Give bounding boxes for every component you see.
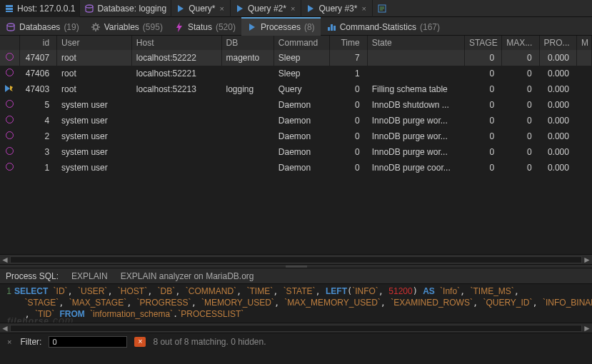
cell-id[interactable]: 47406 bbox=[19, 66, 56, 81]
cell-time[interactable]: 7 bbox=[330, 50, 367, 66]
cell-id[interactable]: 3 bbox=[19, 144, 56, 160]
scroll-right-icon[interactable]: ► bbox=[582, 323, 592, 333]
cell-host[interactable] bbox=[131, 97, 221, 113]
cell-stage[interactable]: 0 bbox=[464, 128, 501, 144]
col-state[interactable]: State bbox=[367, 36, 464, 50]
cell-time[interactable]: 0 bbox=[330, 97, 367, 113]
cell-user[interactable]: root bbox=[57, 81, 132, 97]
cell-command[interactable]: Query bbox=[274, 81, 330, 97]
table-row[interactable]: 3system userDaemon0InnoDB purge wor...00… bbox=[0, 144, 592, 160]
cell-max[interactable]: 0 bbox=[502, 97, 539, 113]
cell-db[interactable] bbox=[221, 97, 274, 113]
cell-stage[interactable]: 0 bbox=[464, 97, 501, 113]
cell-max[interactable]: 0 bbox=[502, 128, 539, 144]
cell-user[interactable]: system user bbox=[57, 113, 132, 128]
cell-user[interactable]: root bbox=[57, 66, 132, 81]
tab-command-statistics[interactable]: Command-Statistics (167) bbox=[321, 17, 446, 36]
cell-host[interactable] bbox=[131, 144, 221, 160]
cell-db[interactable] bbox=[221, 160, 274, 176]
sql-horizontal-scrollbar[interactable]: ◄ ► bbox=[0, 323, 592, 333]
col-user[interactable]: User bbox=[57, 36, 132, 50]
cell-user[interactable]: root bbox=[57, 50, 132, 66]
scroll-track[interactable] bbox=[10, 256, 582, 263]
cell-command[interactable]: Daemon bbox=[274, 144, 330, 160]
tab-query-0[interactable]: Query* × bbox=[171, 0, 231, 17]
col-max[interactable]: MAX... bbox=[502, 36, 539, 50]
cell-id[interactable]: 47403 bbox=[19, 81, 56, 97]
table-row[interactable]: 47403rootlocalhost:52213loggingQuery0Fil… bbox=[0, 81, 592, 97]
cell-command[interactable]: Daemon bbox=[274, 97, 330, 113]
cell-m[interactable] bbox=[576, 66, 591, 81]
cell-db[interactable] bbox=[221, 113, 274, 128]
cell-id[interactable]: 1 bbox=[19, 160, 56, 176]
table-row[interactable]: 47406rootlocalhost:52221Sleep1000.000 bbox=[0, 66, 592, 81]
cell-max[interactable]: 0 bbox=[502, 66, 539, 81]
scroll-left-icon[interactable]: ◄ bbox=[0, 255, 10, 265]
col-id[interactable]: id bbox=[19, 36, 56, 50]
tab-query-1[interactable]: Query #2* × bbox=[231, 0, 301, 17]
col-pro[interactable]: PRO... bbox=[539, 36, 576, 50]
table-row[interactable]: 47407rootlocalhost:52222magentoSleep7000… bbox=[0, 50, 592, 66]
cell-stage[interactable]: 0 bbox=[464, 144, 501, 160]
cell-max[interactable]: 0 bbox=[502, 81, 539, 97]
cell-time[interactable]: 0 bbox=[330, 81, 367, 97]
tab-query-2[interactable]: Query #3* × bbox=[301, 0, 372, 17]
cell-pro[interactable]: 0.000 bbox=[539, 81, 576, 97]
col-command[interactable]: Command bbox=[274, 36, 330, 50]
cell-id[interactable]: 5 bbox=[19, 97, 56, 113]
col-m[interactable]: M bbox=[576, 36, 591, 50]
tab-database[interactable]: Database: logging bbox=[80, 0, 171, 17]
cell-stage[interactable]: 0 bbox=[464, 160, 501, 176]
cell-max[interactable]: 0 bbox=[502, 113, 539, 128]
cell-pro[interactable]: 0.000 bbox=[539, 97, 576, 113]
cell-pro[interactable]: 0.000 bbox=[539, 160, 576, 176]
cell-time[interactable]: 0 bbox=[330, 160, 367, 176]
cell-pro[interactable]: 0.000 bbox=[539, 113, 576, 128]
cell-id[interactable]: 4 bbox=[19, 113, 56, 128]
cell-host[interactable] bbox=[131, 160, 221, 176]
cell-command[interactable]: Daemon bbox=[274, 128, 330, 144]
close-icon[interactable]: × bbox=[6, 338, 13, 346]
cell-m[interactable] bbox=[576, 160, 591, 176]
cell-state[interactable]: Filling schema table bbox=[367, 81, 464, 97]
close-icon[interactable]: × bbox=[219, 4, 226, 13]
cell-id[interactable]: 47407 bbox=[19, 50, 56, 66]
col-stage[interactable]: STAGE bbox=[464, 36, 501, 50]
cell-m[interactable] bbox=[576, 113, 591, 128]
table-row[interactable]: 1system userDaemon0InnoDB purge coor...0… bbox=[0, 160, 592, 176]
cell-command[interactable]: Daemon bbox=[274, 160, 330, 176]
cell-db[interactable]: logging bbox=[221, 81, 274, 97]
close-icon[interactable]: × bbox=[289, 4, 296, 13]
col-host[interactable]: Host bbox=[131, 36, 221, 50]
cell-db[interactable] bbox=[221, 144, 274, 160]
tab-variables[interactable]: Variables (595) bbox=[85, 17, 169, 36]
cell-stage[interactable]: 0 bbox=[464, 50, 501, 66]
tab-databases[interactable]: Databases (19) bbox=[0, 17, 85, 36]
cell-state[interactable]: InnoDB purge wor... bbox=[367, 113, 464, 128]
cell-max[interactable]: 0 bbox=[502, 160, 539, 176]
tab-new-query[interactable] bbox=[373, 0, 391, 17]
sql-editor[interactable]: 1 SELECT `ID`, `USER`, `HOST`, `DB`, `CO… bbox=[0, 284, 592, 323]
cell-m[interactable] bbox=[576, 144, 591, 160]
table-row[interactable]: 5system userDaemon0InnoDB shutdown ...00… bbox=[0, 97, 592, 113]
cell-time[interactable]: 0 bbox=[330, 113, 367, 128]
cell-pro[interactable]: 0.000 bbox=[539, 50, 576, 66]
explain-link[interactable]: EXPLAIN bbox=[71, 271, 108, 281]
cell-command[interactable]: Daemon bbox=[274, 113, 330, 128]
cell-user[interactable]: system user bbox=[57, 97, 132, 113]
scroll-left-icon[interactable]: ◄ bbox=[0, 323, 10, 333]
process-table[interactable]: id User Host DB Command Time State STAGE… bbox=[0, 36, 592, 176]
cell-pro[interactable]: 0.000 bbox=[539, 144, 576, 160]
cell-state[interactable]: InnoDB purge wor... bbox=[367, 144, 464, 160]
cell-time[interactable]: 0 bbox=[330, 144, 367, 160]
cell-state[interactable] bbox=[367, 66, 464, 81]
cell-user[interactable]: system user bbox=[57, 160, 132, 176]
cell-stage[interactable]: 0 bbox=[464, 81, 501, 97]
col-indicator[interactable] bbox=[0, 36, 19, 50]
cell-host[interactable]: localhost:52221 bbox=[131, 66, 221, 81]
tab-host[interactable]: Host: 127.0.0.1 bbox=[0, 0, 80, 17]
cell-id[interactable]: 2 bbox=[19, 128, 56, 144]
tab-status[interactable]: Status (520) bbox=[169, 17, 241, 36]
filter-input[interactable] bbox=[49, 336, 127, 348]
cell-m[interactable] bbox=[576, 97, 591, 113]
